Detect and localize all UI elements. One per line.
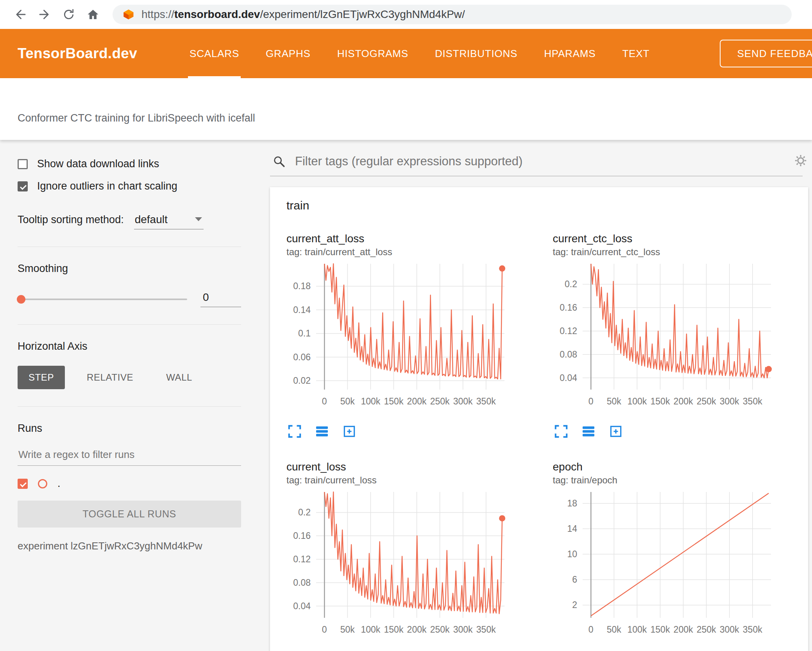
svg-text:0.08: 0.08 <box>293 578 311 588</box>
toggle-all-runs-button[interactable]: TOGGLE ALL RUNS <box>18 501 241 528</box>
tooltip-sorting-select[interactable]: default <box>134 213 204 229</box>
ignore-outliers-checkbox-row[interactable]: Ignore outliers in chart scaling <box>18 180 241 192</box>
divider <box>18 247 241 247</box>
data-lines-icon <box>581 424 596 439</box>
tab-scalars[interactable]: SCALARS <box>176 29 252 78</box>
svg-text:0.1: 0.1 <box>298 328 311 338</box>
svg-text:200k: 200k <box>407 624 427 635</box>
show-download-links-checkbox-row[interactable]: Show data download links <box>18 158 241 170</box>
svg-text:50k: 50k <box>606 396 621 406</box>
last-point-marker <box>499 265 505 272</box>
back-icon <box>13 7 27 21</box>
filter-tags-input[interactable] <box>294 154 800 169</box>
chart-tag: tag: train/current_att_loss <box>286 247 533 258</box>
haxis-wall-button[interactable]: WALL <box>155 366 203 389</box>
chart-title: current_att_loss <box>286 232 533 245</box>
svg-text:300k: 300k <box>719 396 739 406</box>
forward-button[interactable] <box>34 4 55 25</box>
chart-title: current_ctc_loss <box>553 232 799 245</box>
svg-text:100k: 100k <box>627 396 647 406</box>
svg-text:0: 0 <box>322 624 327 635</box>
tab-text[interactable]: TEXT <box>609 29 663 78</box>
svg-text:250k: 250k <box>696 396 716 406</box>
svg-text:0.12: 0.12 <box>293 554 311 564</box>
tab-histograms[interactable]: HISTOGRAMS <box>324 29 422 78</box>
haxis-step-button[interactable]: STEP <box>18 366 65 389</box>
chart-epoch: epochtag: train/epoch26101418050k100k150… <box>552 461 799 651</box>
svg-text:350k: 350k <box>476 396 496 406</box>
subheader: Conformer CTC training for LibriSpeech w… <box>0 78 812 140</box>
svg-text:0: 0 <box>322 396 327 406</box>
main-panel: train current_att_losstag: train/current… <box>260 140 812 651</box>
svg-text:0.06: 0.06 <box>293 352 311 362</box>
haxis-relative-button[interactable]: RELATIVE <box>76 366 144 389</box>
settings-sidebar: Show data download links Ignore outliers… <box>0 140 260 651</box>
smoothing-value-input[interactable]: 0 <box>200 291 241 307</box>
chart-toolbar <box>286 423 533 440</box>
reload-button[interactable] <box>59 4 79 25</box>
settings-gear-icon[interactable] <box>793 153 808 170</box>
smoothing-label: Smoothing <box>18 263 241 275</box>
chart-title: epoch <box>553 461 799 473</box>
svg-text:14: 14 <box>567 524 577 534</box>
view-data-button[interactable] <box>580 423 597 440</box>
home-button[interactable] <box>83 4 103 25</box>
svg-text:0.02: 0.02 <box>293 376 311 386</box>
back-button[interactable] <box>10 4 30 25</box>
last-point-marker <box>499 515 505 521</box>
send-feedback-button[interactable]: SEND FEEDBACK <box>720 40 812 68</box>
last-point-marker <box>765 366 772 372</box>
tab-hparams[interactable]: HPARAMS <box>531 29 609 78</box>
svg-text:350k: 350k <box>742 624 762 635</box>
expand-chart-button[interactable] <box>553 423 569 440</box>
chart-toolbar <box>553 423 799 440</box>
expand-chart-button[interactable] <box>286 423 303 440</box>
svg-text:200k: 200k <box>673 396 693 406</box>
app-header: TensorBoard.dev SCALARSGRAPHSHISTOGRAMSD… <box>0 29 812 78</box>
svg-text:0.08: 0.08 <box>560 349 577 359</box>
run-row[interactable]: . <box>18 478 241 490</box>
fit-domain-button[interactable] <box>341 423 358 440</box>
svg-text:300k: 300k <box>453 624 473 635</box>
nav-tabs: SCALARSGRAPHSHISTOGRAMSDISTRIBUTIONSHPAR… <box>176 29 663 78</box>
chart-tag: tag: train/epoch <box>553 475 799 486</box>
chart-title: current_loss <box>286 461 533 473</box>
svg-text:0.2: 0.2 <box>565 279 577 289</box>
filter-tags-row <box>270 152 803 176</box>
svg-text:0.18: 0.18 <box>293 281 311 291</box>
run-line <box>324 264 502 379</box>
svg-text:0: 0 <box>588 624 593 635</box>
fullscreen-icon <box>554 424 569 439</box>
chart-plot-current_att_loss[interactable]: 0.020.060.10.140.18050k100k150k200k250k3… <box>286 261 508 416</box>
run-color-circle[interactable] <box>38 479 47 488</box>
tag-group-title[interactable]: train <box>286 199 799 212</box>
address-bar[interactable]: https://tensorboard.dev/experiment/lzGnE… <box>113 5 792 24</box>
view-data-button[interactable] <box>314 423 330 440</box>
chart-plot-epoch[interactable]: 26101418050k100k150k200k250k300k350k <box>552 489 775 644</box>
chart-tag: tag: train/current_loss <box>286 475 533 486</box>
svg-text:0: 0 <box>588 396 593 406</box>
runs-filter-input[interactable] <box>18 445 241 466</box>
svg-text:0.2: 0.2 <box>298 507 311 517</box>
chart-plot-current_ctc_loss[interactable]: 0.040.080.120.160.2050k100k150k200k250k3… <box>552 261 775 416</box>
charts-grid: current_att_losstag: train/current_att_l… <box>286 232 799 651</box>
tab-graphs[interactable]: GRAPHS <box>252 29 324 78</box>
smoothing-slider-thumb[interactable] <box>17 295 25 304</box>
smoothing-slider[interactable] <box>18 299 187 300</box>
tab-distributions[interactable]: DISTRIBUTIONS <box>422 29 531 78</box>
run-checkbox[interactable] <box>18 479 28 489</box>
fit-domain-button[interactable] <box>608 423 624 440</box>
chart-current_loss: current_losstag: train/current_loss0.040… <box>286 461 533 651</box>
tooltip-sorting-value: default <box>135 213 168 225</box>
ignore-outliers-checkbox[interactable] <box>18 181 28 191</box>
run-line <box>324 492 502 614</box>
svg-text:50k: 50k <box>606 624 621 635</box>
run-line <box>591 493 769 616</box>
run-line <box>591 264 769 378</box>
runs-label: Runs <box>18 422 241 435</box>
svg-text:0.16: 0.16 <box>293 531 311 541</box>
browser-chrome: https://tensorboard.dev/experiment/lzGnE… <box>0 0 812 29</box>
show-download-links-checkbox[interactable] <box>18 159 28 169</box>
app-logo[interactable]: TensorBoard.dev <box>18 45 137 62</box>
chart-plot-current_loss[interactable]: 0.040.080.120.160.2050k100k150k200k250k3… <box>286 489 508 644</box>
